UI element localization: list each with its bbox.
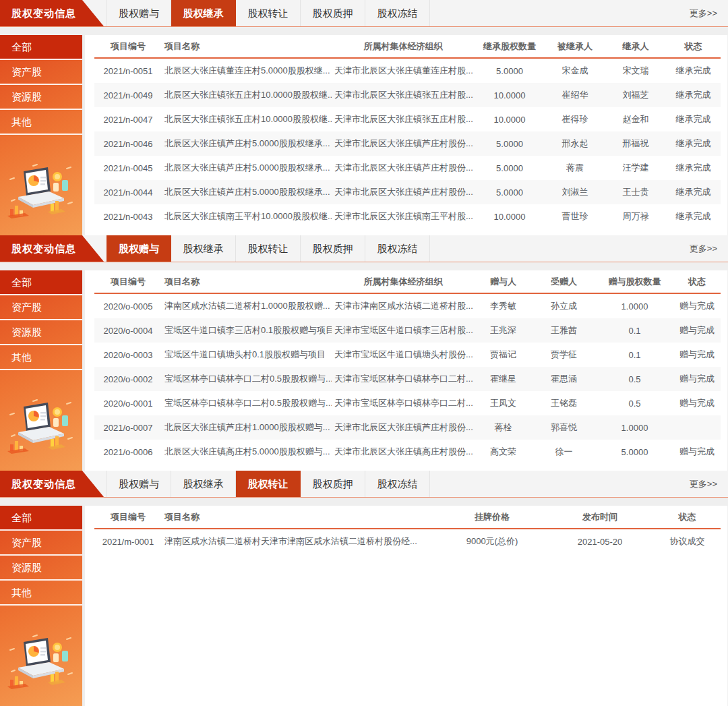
tab-transfer[interactable]: 股权转让 (236, 235, 301, 262)
table-cell: 汪学建 (605, 162, 666, 174)
sidebar-item-all[interactable]: 全部 (0, 506, 82, 531)
sidebar-item-other[interactable]: 其他 (0, 345, 82, 370)
tab-freeze[interactable]: 股权冻结 (365, 471, 430, 497)
table-cell: 继承完成 (666, 162, 721, 174)
column-header: 项目编号 (94, 40, 162, 53)
table-cell: 赠与完成 (673, 397, 721, 409)
table-cell: 赠与完成 (673, 300, 721, 312)
table-cell: 李秀敏 (475, 300, 532, 312)
column-header: 继承人 (605, 40, 666, 53)
tab-pledge[interactable]: 股权质押 (301, 0, 365, 26)
table-row[interactable]: 2021/n-0047北辰区大张庄镇张五庄村10.0000股股权继...天津市北… (94, 107, 721, 131)
table-cell: 10.0000 (475, 90, 545, 100)
more-link[interactable]: 更多>> (690, 471, 728, 497)
tab-inherit[interactable]: 股权继承 (171, 471, 236, 497)
table-cell: 王士贵 (605, 186, 666, 198)
table-cell: 继承完成 (666, 138, 721, 150)
sidebar-item-other[interactable]: 其他 (0, 581, 82, 606)
table-cell: 宝坻区林亭口镇林亭口二村0.5股股权赠与... (162, 373, 332, 385)
table-row[interactable]: 2021/n-0049北辰区大张庄镇张五庄村10.0000股股权继...天津市北… (94, 83, 721, 107)
section-title-ribbon: 股权变动信息 (0, 235, 104, 262)
table-row[interactable]: 2020/o-0004宝坻区牛道口镇李三店村0.1股股权赠与项目天津市宝坻区牛道… (94, 318, 721, 343)
table-cell: 天津市津南区咸水沽镇二道桥村股... (332, 300, 475, 312)
table-cell: 天津市北辰区大张庄镇芦庄村股份... (332, 186, 475, 198)
table-cell: 天津市宝坻区牛道口镇李三店村股... (332, 324, 475, 336)
table-cell: 赠与完成 (673, 373, 721, 385)
table-cell: 2020/o-0004 (94, 326, 162, 336)
table-row[interactable]: 2021/n-0044北辰区大张庄镇芦庄村5.0000股股权继承...天津市北辰… (94, 180, 721, 204)
column-header: 项目编号 (94, 511, 162, 523)
table-cell: 蒋栓 (475, 421, 532, 434)
tab-bar: 股权赠与股权继承股权转让股权质押股权冻结 (107, 471, 430, 497)
table-cell: 2021/n-0046 (94, 139, 162, 149)
data-table: 项目编号项目名称所属村集体经济组织赠与人受赠人赠与股权数量状态2020/o-00… (85, 270, 728, 471)
data-table: 项目编号项目名称挂牌价格发布时间状态2021/m-0001津南区咸水沽镇二道桥村… (85, 506, 728, 706)
tab-freeze[interactable]: 股权冻结 (365, 0, 430, 26)
column-header: 状态 (654, 511, 721, 523)
sidebar-item-resource-shares[interactable]: 资源股 (0, 85, 82, 110)
section-title-ribbon: 股权变动信息 (0, 471, 104, 497)
tab-inherit[interactable]: 股权继承 (171, 235, 236, 262)
tab-pledge[interactable]: 股权质押 (301, 235, 365, 262)
table-cell: 宋金成 (545, 65, 605, 77)
table-cell: 2021/n-0049 (94, 90, 162, 100)
table-row[interactable]: 2020/o-0003宝坻区牛道口镇塘头村0.1股股权赠与项目天津市宝坻区牛道口… (94, 343, 721, 367)
sidebar-item-resource-shares[interactable]: 资源股 (0, 320, 82, 345)
sidebar-item-resource-shares[interactable]: 资源股 (0, 556, 82, 581)
table-row[interactable]: 2021/o-0007北辰区大张庄镇芦庄村1.0000股股权赠与...天津市北辰… (94, 415, 721, 440)
more-link[interactable]: 更多>> (690, 0, 728, 26)
sidebar-item-all[interactable]: 全部 (0, 35, 82, 60)
tab-gift[interactable]: 股权赠与 (107, 471, 171, 497)
table-cell: 继承完成 (666, 65, 721, 77)
table-cell: 继承完成 (666, 113, 721, 125)
table-row[interactable]: 2020/o-0005津南区咸水沽镇二道桥村1.0000股股权赠...天津市津南… (94, 294, 721, 318)
table-cell: 2021/n-0051 (94, 66, 162, 76)
tab-inherit[interactable]: 股权继承 (171, 0, 236, 26)
table-row[interactable]: 2020/o-0001宝坻区林亭口镇林亭口二村0.5股股权赠与...天津市宝坻区… (94, 391, 721, 415)
tab-pledge[interactable]: 股权质押 (301, 471, 365, 497)
table-cell: 天津市北辰区大张庄镇南王平村股... (332, 210, 475, 223)
table-cell: 贾学征 (532, 349, 596, 361)
equity-change-section-inheritance: 股权变动信息股权赠与股权继承股权转让股权质押股权冻结更多>>全部资产股资源股其他… (0, 0, 728, 235)
table-cell: 赠与完成 (673, 446, 721, 458)
table-cell: 协议成交 (654, 535, 721, 548)
table-cell: 继承完成 (666, 89, 721, 101)
table-cell: 9000元(总价) (438, 535, 546, 548)
sidebar-item-all[interactable]: 全部 (0, 270, 82, 295)
table-row[interactable]: 2020/o-0002宝坻区林亭口镇林亭口二村0.5股股权赠与...天津市宝坻区… (94, 367, 721, 391)
tab-gift[interactable]: 股权赠与 (107, 235, 171, 262)
sidebar-item-other[interactable]: 其他 (0, 110, 82, 135)
table-cell: 继承完成 (666, 210, 721, 223)
sidebar-item-asset-shares[interactable]: 资产股 (0, 60, 82, 85)
tab-freeze[interactable]: 股权冻结 (365, 235, 430, 262)
table-cell: 曹世珍 (545, 210, 605, 223)
table-body: 2020/o-0005津南区咸水沽镇二道桥村1.0000股股权赠...天津市津南… (94, 294, 721, 464)
table-body: 2021/n-0051北辰区大张庄镇董连庄村5.0000股股权继...天津市北辰… (94, 59, 721, 229)
more-link[interactable]: 更多>> (690, 235, 728, 262)
table-cell: 继承完成 (666, 186, 721, 198)
section-body: 全部资产股资源股其他 项目编号项目名称挂牌价格发布时间状态2021/m-0001… (0, 506, 728, 706)
sidebar-item-asset-shares[interactable]: 资产股 (0, 295, 82, 320)
table-cell: 2021/o-0006 (94, 447, 162, 457)
table-row[interactable]: 2021/n-0045北辰区大张庄镇芦庄村5.0000股股权继承...天津市北辰… (94, 156, 721, 180)
table-row[interactable]: 2021/m-0001津南区咸水沽镇二道桥村天津市津南区咸水沽镇二道桥村股份经.… (94, 529, 721, 554)
table-cell: 2021/m-0001 (94, 537, 162, 547)
tab-transfer[interactable]: 股权转让 (236, 0, 301, 26)
table-cell: 0.1 (596, 326, 673, 336)
table-row[interactable]: 2021/n-0043北辰区大张庄镇南王平村10.0000股股权继...天津市北… (94, 204, 721, 229)
sidebar-item-asset-shares[interactable]: 资产股 (0, 531, 82, 556)
column-header: 所属村集体经济组织 (332, 276, 475, 288)
table-cell: 王雅茜 (532, 324, 596, 336)
column-header: 赠与人 (475, 276, 532, 288)
tab-gift[interactable]: 股权赠与 (107, 0, 171, 26)
table-row[interactable]: 2021/n-0051北辰区大张庄镇董连庄村5.0000股股权继...天津市北辰… (94, 59, 721, 83)
table-cell: 天津市北辰区大张庄镇张五庄村股... (332, 113, 475, 125)
table-row[interactable]: 2021/o-0006北辰区大张庄镇高庄村5.0000股股权赠与...天津市北辰… (94, 440, 721, 464)
table-cell: 北辰区大张庄镇芦庄村5.0000股股权继承... (162, 138, 332, 150)
charts-laptop-illustration (6, 633, 76, 692)
tab-transfer[interactable]: 股权转让 (236, 471, 301, 497)
table-cell: 5.0000 (475, 66, 545, 76)
table-cell: 崔得珍 (545, 113, 605, 125)
table-row[interactable]: 2021/n-0046北辰区大张庄镇芦庄村5.0000股股权继承...天津市北辰… (94, 131, 721, 156)
table-cell: 天津市北辰区大张庄镇芦庄村股份... (332, 162, 475, 174)
